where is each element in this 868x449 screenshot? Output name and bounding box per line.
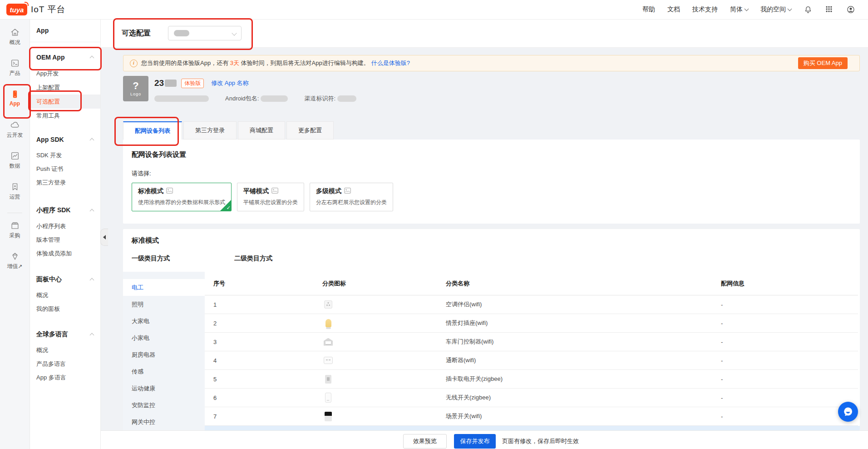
top-bar: tuya IoT 平台 帮助 文档 技术支持 简体 我的空间 xyxy=(0,0,868,20)
app-sidebar: App OEM AppApp开发上架配置可选配置常用工具App SDKSDK 开… xyxy=(30,19,101,449)
tab-mall-config[interactable]: 商城配置 xyxy=(238,121,285,140)
table-row: 2情景灯插座(wifi)- xyxy=(205,314,858,333)
category-item-gateway[interactable]: 网关中控 xyxy=(123,414,205,430)
card-power-switch-icon-shape xyxy=(325,375,331,384)
mode-card-standard[interactable]: 标准模式使用涂鸦推荐的分类数据和展示形式✓ xyxy=(132,183,232,211)
what-is-trial-link[interactable]: 什么是体验版? xyxy=(371,59,410,67)
sidebar-section-oem-app[interactable]: OEM App xyxy=(30,48,100,66)
tab-third-login[interactable]: 第三方登录 xyxy=(183,121,237,140)
category-item-sensor[interactable]: 传感 xyxy=(123,363,205,380)
rail-item-label: App xyxy=(10,100,20,107)
tab-label: 配网设备列表 xyxy=(135,127,170,135)
sidebar-section-global-lang[interactable]: 全球多语言 xyxy=(30,325,100,344)
select-prompt: 请选择: xyxy=(132,170,151,178)
primary-nav-rail: 概况产品App云开发数据运营采购增值↗ xyxy=(0,19,30,449)
category-label: 传感 xyxy=(132,368,143,376)
edit-app-name-link[interactable]: 修改 App 名称 xyxy=(211,79,248,87)
product-icon xyxy=(10,58,20,68)
sidebar-item-miniapp-list[interactable]: 小程序列表 xyxy=(30,220,100,233)
sidebar-section-panel-center[interactable]: 面板中心 xyxy=(30,270,100,289)
sidebar-title: App xyxy=(30,19,100,42)
category-label: 大家电 xyxy=(132,317,149,325)
tab-device-list[interactable]: 配网设备列表 xyxy=(123,121,182,140)
sidebar-collapse-handle[interactable] xyxy=(100,229,108,246)
row-number: 2 xyxy=(213,320,322,327)
sidebar-item-optional-config[interactable]: 可选配置 xyxy=(30,95,100,109)
buy-oem-app-button[interactable]: 购买 OEM App xyxy=(798,57,848,69)
mode-card-tile[interactable]: 平铺模式平铺展示您设置的分类 xyxy=(237,183,304,211)
sidebar-item-my-panels[interactable]: 我的面板 xyxy=(30,302,100,316)
row-icon-cell xyxy=(322,392,446,404)
language-dropdown[interactable]: 简体 xyxy=(730,5,748,14)
row-number: 1 xyxy=(213,301,322,308)
my-space-label: 我的空间 xyxy=(760,5,786,13)
sidebar-item-lang-overview[interactable]: 概况 xyxy=(30,344,100,357)
sidebar-item-listing-config[interactable]: 上架配置 xyxy=(30,80,100,95)
mode-card-multi-level[interactable]: 多级模式分左右两栏展示您设置的分类 xyxy=(310,183,393,211)
support-link[interactable]: 技术支持 xyxy=(692,5,718,14)
rail-item-app[interactable]: App xyxy=(0,89,30,113)
preview-button[interactable]: 效果预览 xyxy=(403,434,447,449)
category-item-small-appliance[interactable]: 小家电 xyxy=(123,329,205,346)
category-item-sport-health[interactable]: 运动健康 xyxy=(123,380,205,397)
rail-item-operation[interactable]: 运营 xyxy=(0,182,30,205)
sidebar-item-product-lang[interactable]: 产品多语言 xyxy=(30,357,100,371)
days-remaining: 3天 xyxy=(230,60,239,66)
sidebar-item-panel-overview[interactable]: 概况 xyxy=(30,289,100,302)
page-title: 可选配置 xyxy=(122,29,151,38)
sidebar-item-label: 常用工具 xyxy=(36,112,60,120)
save-publish-button[interactable]: 保存并发布 xyxy=(454,434,496,449)
sidebar-section-label: OEM App xyxy=(36,54,64,61)
sidebar-item-app-lang[interactable]: App 多语言 xyxy=(30,371,100,384)
sidebar-section-app-sdk[interactable]: App SDK xyxy=(30,130,100,149)
category-item-security[interactable]: 安防监控 xyxy=(123,397,205,414)
sidebar-section-miniapp-sdk[interactable]: 小程序 SDK xyxy=(30,201,100,220)
operation-icon xyxy=(10,182,20,192)
garage-door-icon-shape xyxy=(324,338,333,346)
config-select[interactable] xyxy=(168,26,242,40)
category-item-large-appliance[interactable]: 大家电 xyxy=(123,313,205,329)
rail-item-cloud[interactable]: 云开发 xyxy=(0,120,30,144)
row-category-name: 插卡取电开关(zigbee) xyxy=(446,375,721,383)
app-name: 23 xyxy=(154,78,164,88)
rail-item-label: 运营 xyxy=(10,193,20,201)
tab-more-config[interactable]: 更多配置 xyxy=(286,121,334,140)
sidebar-item-label: 概况 xyxy=(36,291,48,299)
aircon-companion-icon xyxy=(322,299,334,310)
mode-title-text: 平铺模式 xyxy=(243,187,269,195)
purchase-icon xyxy=(10,220,20,230)
sidebar-item-app-dev[interactable]: App开发 xyxy=(30,66,100,80)
avatar-icon[interactable] xyxy=(846,5,855,14)
sidebar-item-version-mgmt[interactable]: 版本管理 xyxy=(30,233,100,247)
notification-bell-icon[interactable] xyxy=(804,5,813,14)
row-category-name: 场景开关(wifi) xyxy=(446,412,721,420)
chevron-down-icon xyxy=(788,7,792,11)
category-item-lighting[interactable]: 照明 xyxy=(123,296,205,313)
sidebar-item-sdk-dev[interactable]: SDK 开发 xyxy=(30,149,100,162)
sidebar-item-push-cert[interactable]: Push 证书 xyxy=(30,162,100,176)
breaker-icon xyxy=(322,354,334,366)
help-link[interactable]: 帮助 xyxy=(642,5,655,14)
app-icon xyxy=(10,89,20,99)
docs-link[interactable]: 文档 xyxy=(667,5,680,14)
rail-item-purchase[interactable]: 采购 xyxy=(0,220,30,244)
table-row: 7场景开关(wifi)- xyxy=(205,407,858,426)
chat-support-button[interactable] xyxy=(838,402,858,422)
sidebar-item-third-party-login[interactable]: 第三方登录 xyxy=(30,176,100,190)
row-category-name: 空调伴侣(wifi) xyxy=(446,300,721,309)
sidebar-item-common-tools[interactable]: 常用工具 xyxy=(30,109,100,123)
row-icon-cell xyxy=(322,354,446,366)
category-item-kitchen-appliance[interactable]: 厨房电器 xyxy=(123,346,205,363)
my-space-dropdown[interactable]: 我的空间 xyxy=(760,5,791,14)
sidebar-item-trial-member-add[interactable]: 体验成员添加 xyxy=(30,247,100,260)
rail-item-overview[interactable]: 概况 xyxy=(0,27,30,51)
apps-grid-icon[interactable] xyxy=(825,5,834,14)
redacted-select-value xyxy=(174,30,189,36)
category-item-electrical[interactable]: 电工 xyxy=(123,279,205,296)
trial-badge: 体验版 xyxy=(181,79,204,88)
rail-item-product[interactable]: 产品 xyxy=(0,58,30,82)
row-icon-cell xyxy=(322,410,446,422)
rail-item-vas[interactable]: 增值↗ xyxy=(0,251,30,275)
rail-item-data[interactable]: 数据 xyxy=(0,151,30,175)
highlighted-row-strip xyxy=(205,426,860,430)
